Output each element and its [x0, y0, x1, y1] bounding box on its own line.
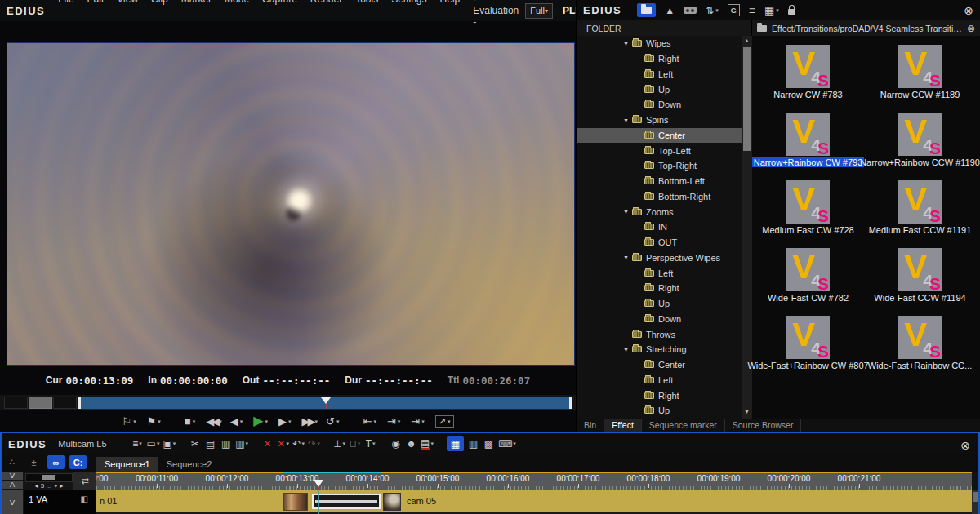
slider-handle[interactable]: [42, 475, 55, 480]
export-sequence-button[interactable]: ▤ ▾: [421, 436, 434, 451]
recycle-bin-icon[interactable]: G: [728, 4, 740, 16]
up-folder-button[interactable]: ▲: [665, 6, 675, 16]
redo-button[interactable]: ↷ ▾: [308, 436, 320, 451]
menu-item[interactable]: Render: [304, 0, 349, 28]
rewind-button[interactable]: ◀◀ ▾: [206, 416, 220, 427]
audio-mixer-button[interactable]: ▥ ▾: [467, 436, 479, 451]
palette-tab[interactable]: Effect: [604, 419, 642, 432]
export-button[interactable]: ↗ ▾: [435, 415, 454, 428]
keyboard-shortcuts-button[interactable]: ⌨ ▾: [498, 436, 516, 451]
tree-item[interactable]: ▼ Right: [577, 388, 742, 403]
audio-mute-button[interactable]: A: [2, 481, 23, 489]
stop-button[interactable]: ■ ▾: [185, 416, 195, 427]
effect-thumbnail[interactable]: V 4 S: [786, 180, 830, 224]
effect-thumbnail[interactable]: V 4 S: [786, 113, 830, 156]
tree-item[interactable]: ▼ Up: [577, 296, 742, 312]
scrollbar-thumb[interactable]: [743, 47, 751, 151]
ripple-delete-button[interactable]: ✕ ▾: [277, 436, 289, 451]
menu-item[interactable]: Capture: [256, 0, 304, 28]
sequence-menu-button[interactable]: ≡ ▾: [131, 436, 144, 451]
tree-item[interactable]: ▼ Spins: [577, 113, 742, 128]
effect-thumbnail[interactable]: V 4 S: [898, 316, 942, 359]
effect-item[interactable]: V 4 S Narrow CW #783: [752, 45, 864, 113]
chevron-down-icon[interactable]: ▾: [54, 482, 57, 490]
undo-button[interactable]: ↶ ▾: [292, 436, 305, 451]
effect-item[interactable]: V 4 S Wide-Fast+Rainbow CC...: [864, 316, 976, 383]
delete-parts-button[interactable]: ⊔ ▾: [349, 436, 361, 451]
tree-expand-icon[interactable]: ▼: [623, 41, 632, 47]
effects-view-button[interactable]: ▩ ▾: [483, 436, 495, 451]
video-mute-button[interactable]: V: [2, 472, 23, 480]
spin-left-icon[interactable]: ◂: [35, 482, 38, 490]
transition-element[interactable]: [312, 494, 381, 509]
voice-over-button[interactable]: ☻ ▾: [405, 436, 417, 451]
tree-expand-icon[interactable]: ▼: [623, 117, 632, 123]
sync-mode-icon[interactable]: ∞: [47, 455, 65, 469]
palette-tab[interactable]: Source Browser: [725, 419, 802, 432]
position-playhead-icon[interactable]: [321, 397, 331, 404]
tree-expand-icon[interactable]: ▼: [623, 255, 632, 260]
snap-mode-icon[interactable]: ∴: [3, 455, 20, 469]
tree-item[interactable]: ▼ Right: [577, 51, 742, 67]
effect-item[interactable]: V 4 S Narrow+Rainbow CCW #1190: [864, 113, 976, 180]
play-button[interactable]: ▶ ▾: [253, 414, 268, 428]
copy-button[interactable]: ▤ ▾: [204, 436, 216, 451]
tree-item[interactable]: ▼ Stretching: [577, 342, 742, 357]
play-around-button[interactable]: ⇥ ▾: [411, 416, 424, 427]
shuttle-left[interactable]: [4, 397, 28, 409]
tree-expand-icon[interactable]: ▼: [623, 209, 632, 215]
tree-item[interactable]: ▼ OUT: [577, 235, 742, 250]
menu-item[interactable]: Marker: [175, 0, 218, 28]
tree-item[interactable]: ▼ Right: [577, 281, 742, 296]
tree-item[interactable]: ▼ Up: [577, 82, 742, 97]
open-project-button[interactable]: ▭ ▾: [147, 436, 160, 451]
tree-item[interactable]: ▼ Center: [577, 357, 742, 373]
effect-item[interactable]: V 4 S Wide-Fast CCW #1194: [864, 248, 976, 316]
loop-playback-button[interactable]: ↺ ▾: [326, 416, 339, 427]
set-in-marker-button[interactable]: ⚐ ▾: [122, 416, 136, 427]
sort-button[interactable]: ⇅ ▾: [706, 6, 719, 16]
tree-item[interactable]: ▼ Top-Left: [577, 143, 742, 158]
menu-item[interactable]: Mode: [218, 0, 256, 28]
list-view-icon[interactable]: ≡: [749, 5, 755, 16]
effect-item[interactable]: V 4 S Narrow+Rainbow CW #793: [752, 113, 864, 180]
tree-item[interactable]: ▼ Bottom-Left: [577, 174, 742, 189]
effect-thumbnail[interactable]: V 4 S: [898, 113, 942, 156]
menu-item[interactable]: Clip: [145, 0, 175, 28]
tree-item[interactable]: ▼ Left: [577, 265, 742, 281]
close-icon[interactable]: ⊗: [964, 4, 973, 17]
track-label-cell[interactable]: 1 VA ◧: [24, 490, 96, 514]
tree-item[interactable]: ▼ Left: [577, 67, 742, 82]
folder-view-button[interactable]: [637, 3, 656, 17]
lock-icon[interactable]: [788, 9, 795, 15]
timeline-view-button[interactable]: ▦ ▾: [447, 436, 464, 451]
tree-item[interactable]: ▼ Throws: [577, 326, 742, 342]
tree-expand-icon[interactable]: ▼: [623, 347, 632, 352]
tree-item[interactable]: ▼ Zooms: [577, 204, 742, 219]
menu-item[interactable]: Edit: [81, 0, 111, 28]
menu-item[interactable]: Help: [434, 0, 467, 28]
goto-in-button[interactable]: ⇤ ▾: [363, 416, 376, 427]
effect-item[interactable]: V 4 S Wide-Fast+Rainbow CW #807: [752, 316, 864, 383]
preview-zoom-select[interactable]: Full ▾: [525, 3, 553, 19]
fast-forward-button[interactable]: ▶▶ ▾: [302, 416, 316, 427]
delete-button[interactable]: ✕ ▾: [261, 436, 274, 451]
menu-item[interactable]: - Evaluation -: [466, 0, 525, 28]
effect-item[interactable]: V 4 S Medium Fast CCW #1191: [864, 180, 976, 248]
shuttle-right[interactable]: [53, 397, 77, 409]
shuttle-control[interactable]: [4, 397, 77, 409]
palette-tab[interactable]: Bin: [577, 419, 604, 432]
effect-item[interactable]: V 4 S Narrow CCW #1189: [864, 45, 976, 113]
prev-frame-button[interactable]: ◀ ▾: [230, 416, 243, 427]
spin-right-icon[interactable]: ▸: [60, 482, 63, 490]
paste-button[interactable]: ▥ ▾: [220, 436, 232, 451]
set-out-marker-button[interactable]: ⚑ ▾: [147, 416, 161, 427]
tree-item[interactable]: ▼ Perspective Wipes: [577, 250, 742, 266]
effect-thumbnail[interactable]: V 4 S: [786, 45, 830, 88]
scroll-up-icon[interactable]: ▲: [742, 38, 752, 43]
next-frame-button[interactable]: ▶ ▾: [278, 416, 292, 427]
effect-thumbnail[interactable]: V 4 S: [786, 248, 830, 291]
shuttle-handle[interactable]: [29, 397, 52, 409]
track-count-spinner[interactable]: ◂ 5 ... ▾ ▸: [24, 481, 74, 490]
thumbnail-view-button[interactable]: ▦ ▾: [764, 5, 779, 16]
